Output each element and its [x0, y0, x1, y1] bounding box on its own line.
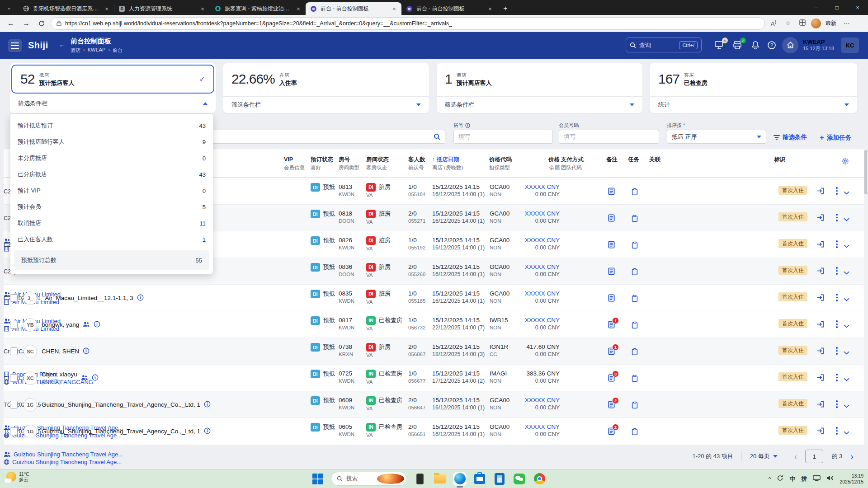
card-rooms-statsbar[interactable]: 统计 — [650, 96, 857, 113]
tab-search-button[interactable]: ⌄ — [0, 0, 18, 15]
ime-mode-indicator[interactable]: 拼 — [801, 475, 807, 483]
col-vip[interactable]: VIP会员信息 — [284, 155, 305, 172]
page-size-select[interactable]: 20 每页 — [750, 452, 778, 460]
filter-conditions-button[interactable]: 筛选条件 — [774, 133, 807, 141]
back-arrow-button[interactable]: ← — [59, 41, 66, 49]
window-minimize-button[interactable]: – — [806, 0, 826, 15]
window-close-button[interactable]: × — [847, 0, 868, 15]
breadcrumb-frontdesk[interactable]: 前台 — [113, 47, 123, 54]
printer-status-icon[interactable]: ✓ — [731, 40, 743, 51]
col-arrival-date-sorted[interactable]: ↑ 抵店日期离店 (房晚数) — [432, 155, 463, 172]
chrome-icon[interactable] — [533, 472, 546, 486]
prev-page-button[interactable]: ‹ — [794, 452, 797, 461]
user-avatar[interactable]: KC — [841, 38, 859, 53]
check-in-icon[interactable] — [816, 321, 824, 329]
display-cast-icon[interactable] — [813, 475, 821, 483]
edge-browser-icon[interactable] — [453, 472, 467, 486]
breadcrumb-property[interactable]: KWEAP — [88, 47, 106, 54]
table-row[interactable]: 1G Guizhou_Shunjing_Tiancheng_Travel_Age… — [4, 391, 864, 418]
member-number-input[interactable] — [559, 130, 659, 144]
address-bar[interactable]: https://cn1.web.ep.shiji.world/individua… — [51, 17, 765, 30]
col-tasks[interactable]: 任务 — [628, 155, 639, 164]
add-task-button[interactable]: + 添加任务 — [820, 133, 851, 142]
note-icon[interactable]: 1 — [608, 321, 615, 330]
microsoft-store-icon[interactable] — [473, 472, 486, 486]
task-clipboard-icon[interactable] — [632, 428, 638, 437]
companion-icon[interactable] — [81, 375, 88, 382]
dropdown-filter-item[interactable]: 预计会员 5 — [10, 199, 213, 215]
price-value[interactable]: XXXXX CNY — [501, 210, 560, 217]
table-row[interactable]: SC CHEN, SHEN DI预抵 0738KRXN DI脏房 — [4, 338, 864, 364]
row-menu-icon[interactable] — [834, 240, 840, 248]
table-row[interactable]: XC Chen, xiaoyu (陈晓宇) DI预抵 0725KWDN IN已 — [4, 364, 864, 391]
sort-select[interactable]: 抵店 正序 — [667, 130, 766, 144]
table-scrollbar[interactable] — [864, 150, 868, 444]
file-explorer-icon[interactable] — [433, 472, 447, 486]
check-in-icon[interactable] — [816, 188, 824, 196]
linked-profile[interactable]: Guizhou Shunjing Tiancheng Travel Age... — [4, 459, 134, 465]
row-expand-chevron-icon[interactable] — [844, 323, 849, 329]
menu-hamburger-button[interactable] — [8, 39, 22, 52]
table-row[interactable]: 1G Guizhou_Shunjing_Tiancheng_Travel_Age… — [4, 418, 864, 444]
note-icon[interactable] — [608, 241, 615, 250]
tab-close-icon[interactable]: × — [103, 5, 110, 12]
terminal-status-icon[interactable]: × — [713, 40, 725, 51]
row-expand-chevron-icon[interactable] — [844, 243, 849, 249]
ime-language-indicator[interactable]: 中 — [789, 475, 795, 483]
col-flags[interactable]: 标识 — [774, 155, 785, 164]
task-clipboard-icon[interactable] — [632, 375, 638, 384]
pinned-app-icon[interactable] — [413, 472, 427, 486]
check-in-icon[interactable] — [816, 294, 824, 302]
row-menu-icon[interactable] — [834, 214, 840, 221]
breadcrumb-hotel[interactable]: 酒店 — [71, 47, 80, 54]
row-expand-chevron-icon[interactable] — [844, 189, 849, 196]
row-expand-chevron-icon[interactable] — [844, 269, 849, 276]
browser-tab[interactable]: 前台 - 前台控制面板 × — [401, 2, 497, 15]
browser-tab[interactable]: 贵阳机场智选假日酒店系统网址导 × — [18, 2, 114, 15]
window-maximize-button[interactable]: □ — [826, 0, 847, 15]
price-value[interactable]: XXXXX CNY — [501, 183, 560, 191]
check-in-icon[interactable] — [816, 267, 824, 276]
notifications-bell-icon[interactable] — [750, 40, 761, 51]
guest-name-cell[interactable]: bongwk, yang — [42, 311, 100, 338]
scrollbar-thumb[interactable] — [864, 150, 867, 194]
col-price[interactable]: 价格余额 — [501, 155, 560, 172]
price-value[interactable]: 417.60 CNY — [501, 343, 560, 351]
tab-close-icon[interactable]: × — [486, 5, 494, 12]
calculator-app-icon[interactable] — [493, 472, 506, 486]
check-in-icon[interactable] — [816, 241, 824, 249]
row-expand-chevron-icon[interactable] — [844, 376, 849, 383]
note-icon[interactable]: 2 — [608, 427, 615, 437]
global-search-box[interactable]: Ctrl+/ — [626, 38, 702, 52]
guest-name[interactable]: _Air_Macau_Limited__12.1-1.1, 3 — [42, 295, 133, 302]
row-checkbox[interactable] — [10, 427, 18, 435]
check-in-icon[interactable] — [816, 374, 824, 382]
note-icon[interactable] — [608, 267, 615, 277]
price-value[interactable]: XXXXX CNY — [501, 263, 560, 271]
guest-name[interactable]: CHEN, SHEN — [42, 348, 79, 355]
task-clipboard-icon[interactable] — [632, 241, 638, 250]
dropdown-filter-item[interactable]: 已分房抵店 43 — [10, 166, 213, 183]
card-arrivals-filterbar[interactable]: 筛选条件栏 — [10, 95, 216, 112]
col-guests[interactable]: 客人数确认号 — [408, 155, 425, 172]
collections-icon[interactable] — [797, 19, 808, 27]
global-search-input[interactable] — [639, 42, 676, 48]
guest-name-cell[interactable]: Chen, xiaoyu (陈晓宇) — [42, 365, 99, 391]
row-menu-icon[interactable] — [834, 427, 840, 435]
onedrive-sync-icon[interactable] — [777, 475, 783, 483]
help-icon[interactable]: ? — [766, 40, 778, 51]
card-arrivals[interactable]: 52 抵店 预计抵店客人 ✓ 筛选条件栏 — [10, 63, 216, 113]
guest-name[interactable]: Guizhou_Shunjing_Tiancheng_Travel_Agency… — [42, 401, 200, 408]
row-menu-icon[interactable] — [834, 267, 840, 275]
row-menu-icon[interactable] — [834, 187, 840, 195]
price-value[interactable]: XXXXX CNY — [501, 423, 560, 431]
note-icon[interactable] — [608, 188, 615, 197]
dropdown-filter-item[interactable]: 预计抵店随行客人 9 — [10, 134, 213, 150]
check-in-icon[interactable] — [816, 427, 824, 436]
row-expand-chevron-icon[interactable] — [844, 403, 849, 409]
price-value[interactable]: XXXXX CNY — [501, 396, 560, 404]
row-expand-chevron-icon[interactable] — [844, 429, 849, 436]
note-icon[interactable] — [608, 294, 615, 304]
guest-name-cell[interactable]: _Air_Macau_Limited__12.1-1.1, 3 — [42, 285, 144, 311]
price-value[interactable]: 383.36 CNY — [501, 370, 560, 377]
